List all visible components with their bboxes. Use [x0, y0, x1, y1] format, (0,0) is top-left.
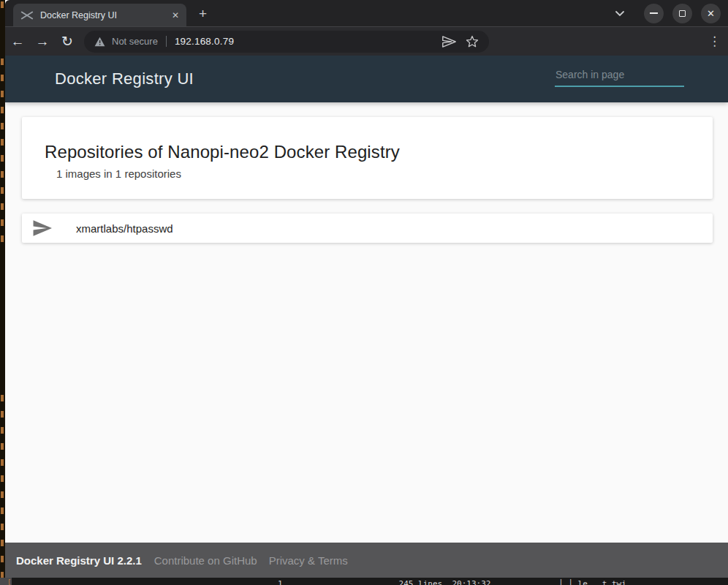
address-bar[interactable]: Not secure 192.168.0.79	[84, 31, 489, 53]
terminal-statusline-fragment: 1 245 lines 20:13:32 │ │ le t twi	[278, 579, 626, 585]
background-terminal-bottom-edge: [ 1 245 lines 20:13:32 │ │ le t twi	[0, 578, 728, 585]
footer-link-privacy[interactable]: Privacy & Terms	[269, 554, 348, 567]
reload-button[interactable]: ↻	[55, 34, 80, 48]
tab-bar: Docker Registry UI ✕ + ✕	[5, 0, 728, 26]
repository-row[interactable]: xmartlabs/htpasswd	[22, 214, 713, 243]
page-footer: Docker Registry UI 2.2.1 Contribute on G…	[5, 543, 728, 578]
registry-heading: Repositories of Nanopi-neo2 Docker Regis…	[45, 142, 713, 162]
address-actions	[442, 35, 479, 48]
browser-window: Docker Registry UI ✕ + ✕ ← → ↻ Not secur…	[5, 0, 728, 578]
app-version-label: Docker Registry UI 2.2.1	[16, 554, 142, 567]
registry-subheading: 1 images in 1 repositories	[56, 167, 713, 180]
chevron-down-icon[interactable]	[615, 10, 625, 17]
page-content: Docker Registry UI Repositories of Nanop…	[5, 56, 728, 578]
tab-close-icon[interactable]: ✕	[172, 11, 179, 20]
terminal-block: [	[0, 578, 12, 585]
send-to-device-icon[interactable]	[442, 36, 456, 48]
repository-send-icon	[33, 220, 52, 236]
maximize-button[interactable]	[672, 4, 692, 23]
minimize-icon	[650, 12, 658, 14]
url-text: 192.168.0.79	[175, 36, 234, 47]
maximize-icon	[679, 10, 686, 17]
minimize-button[interactable]	[644, 4, 664, 23]
browser-menu-icon[interactable]: ⋮	[708, 35, 721, 48]
close-window-button[interactable]: ✕	[701, 4, 721, 23]
window-controls: ✕	[615, 0, 721, 26]
page-title: Docker Registry UI	[55, 69, 194, 88]
site-favicon-icon	[20, 10, 34, 20]
address-divider	[166, 36, 167, 47]
forward-button[interactable]: →	[30, 34, 55, 48]
registry-summary-card: Repositories of Nanopi-neo2 Docker Regis…	[22, 117, 713, 199]
tab-docker-registry-ui[interactable]: Docker Registry UI ✕	[13, 4, 186, 26]
bookmark-star-icon[interactable]	[466, 35, 479, 48]
page-header: Docker Registry UI	[5, 56, 728, 102]
new-tab-button[interactable]: +	[199, 7, 207, 20]
tab-title: Docker Registry UI	[40, 10, 117, 20]
footer-link-github[interactable]: Contribute on GitHub	[154, 554, 257, 567]
security-label: Not secure	[112, 36, 158, 47]
search-box	[555, 66, 684, 87]
browser-toolbar: ← → ↻ Not secure 192.168.0.79 ⋮	[5, 26, 728, 56]
back-button[interactable]: ←	[5, 34, 30, 48]
not-secure-warning-icon[interactable]	[94, 37, 105, 47]
repository-name: xmartlabs/htpasswd	[76, 222, 173, 235]
close-icon: ✕	[707, 9, 715, 18]
search-input[interactable]	[555, 66, 684, 87]
background-terminal-left-edge	[0, 0, 5, 585]
